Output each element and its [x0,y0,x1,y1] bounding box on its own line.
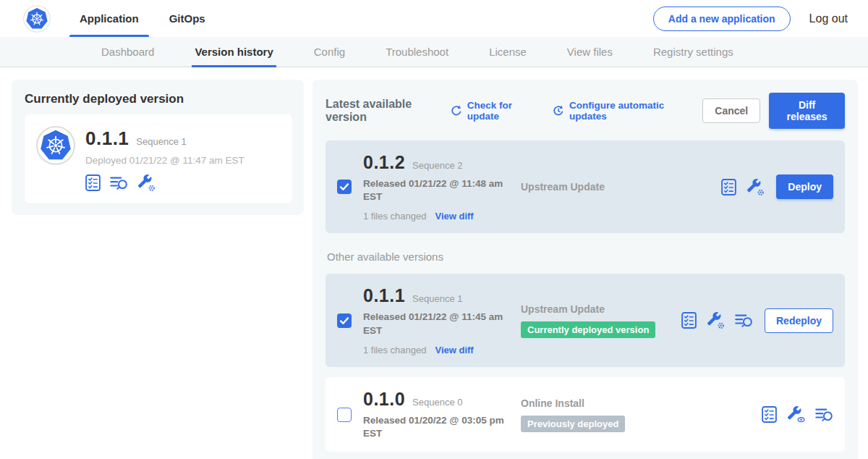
previously-deployed-badge: Previously deployed [521,416,625,432]
version-checkbox[interactable] [337,313,352,328]
cancel-button[interactable]: Cancel [702,98,760,123]
version-history-panel: Latest available version Check for updat… [312,80,858,459]
latest-available-header: Latest available version Check for updat… [326,93,845,129]
tab-application[interactable]: Application [69,0,149,37]
sequence-label: Sequence 2 [412,160,462,171]
version-source-label: Upstream Update [521,181,721,193]
currently-deployed-badge: Currently deployed version [521,321,655,338]
subnav-version-history[interactable]: Version history [193,37,274,67]
kubernetes-logo-icon [23,5,51,33]
check-for-update-link[interactable]: Check for update [450,100,535,122]
files-changed-label: 1 files changed [363,211,426,222]
configure-automatic-updates-label: Configure automatic updates [569,100,685,122]
version-source-label: Online Install [521,397,762,409]
app-tabs: Application GitOps [69,0,226,37]
main-content: Currently deployed version 0.1.1 Sequenc… [0,67,868,459]
tab-application-label: Application [80,12,139,25]
currently-deployed-panel: Currently deployed version 0.1.1 Sequenc… [12,80,304,215]
subnav-registry-settings[interactable]: Registry settings [652,37,735,67]
version-checkbox[interactable] [337,180,352,194]
version-checkbox[interactable] [337,408,352,422]
diff-releases-button[interactable]: Diff releases [769,93,845,129]
currently-deployed-title: Currently deployed version [25,92,292,106]
released-timestamp: Released 01/21/22 @ 11:45 am EST [363,311,505,337]
version-card-0-1-0: 0.1.0 Sequence 0 Released 01/20/22 @ 03:… [326,377,845,452]
version-card-0-1-2: 0.1.2 Sequence 2 Released 01/21/22 @ 11:… [326,140,845,233]
sequence-label: Sequence 0 [412,397,462,408]
deployed-version-number: 0.1.1 [85,127,129,150]
logout-link[interactable]: Log out [809,12,848,25]
redeploy-button[interactable]: Redeploy [765,308,833,333]
sequence-label: Sequence 1 [412,293,462,304]
tab-gitops[interactable]: GitOps [159,0,216,37]
deploy-button[interactable]: Deploy [776,174,833,199]
version-number: 0.1.0 [363,389,405,410]
view-diff-link[interactable]: View diff [435,345,473,355]
released-timestamp: Released 01/21/22 @ 11:48 am EST [363,177,505,203]
files-changed-label: 1 files changed [363,345,426,355]
top-nav: Application GitOps Add a new application… [0,0,868,37]
app-subnav: Dashboard Version history Config Trouble… [0,37,868,67]
check-for-update-label: Check for update [467,100,535,122]
view-config-icon[interactable] [787,405,805,424]
preflight-checks-icon[interactable] [762,406,777,423]
view-diff-link[interactable]: View diff [435,211,473,222]
deploy-logs-icon[interactable] [110,175,128,191]
preflight-checks-icon[interactable] [721,179,736,195]
version-number: 0.1.2 [363,152,405,173]
deployed-sequence-label: Sequence 1 [136,136,186,147]
subnav-config[interactable]: Config [312,37,346,67]
add-new-application-button[interactable]: Add a new application [653,7,791,31]
subnav-dashboard[interactable]: Dashboard [100,37,156,67]
subnav-license[interactable]: License [488,37,528,67]
preflight-checks-icon[interactable] [85,174,101,191]
clock-refresh-icon [552,104,565,117]
edit-config-icon[interactable] [137,174,156,192]
deploy-logs-icon[interactable] [735,313,753,329]
deploy-logs-icon[interactable] [815,407,833,423]
tab-gitops-label: GitOps [169,12,205,25]
version-card-0-1-1: 0.1.1 Sequence 1 Released 01/21/22 @ 11:… [326,274,845,366]
refresh-icon [450,104,463,117]
other-available-versions-title: Other available versions [327,250,845,263]
currently-deployed-card: 0.1.1 Sequence 1 Deployed 01/21/22 @ 11:… [25,114,292,203]
edit-config-icon[interactable] [746,178,765,196]
version-source-label: Upstream Update [521,303,681,315]
released-timestamp: Released 01/20/22 @ 03:05 pm EST [363,414,505,440]
subnav-troubleshoot[interactable]: Troubleshoot [384,37,450,67]
edit-config-icon[interactable] [707,311,725,329]
latest-available-title: Latest available version [326,98,440,124]
preflight-checks-icon[interactable] [681,312,697,329]
deployed-timestamp: Deployed 01/21/22 @ 11:47 am EST [85,155,244,166]
version-number: 0.1.1 [363,285,405,306]
app-kubernetes-icon [36,126,75,165]
configure-automatic-updates-link[interactable]: Configure automatic updates [552,100,685,122]
subnav-view-files[interactable]: View files [566,37,614,67]
